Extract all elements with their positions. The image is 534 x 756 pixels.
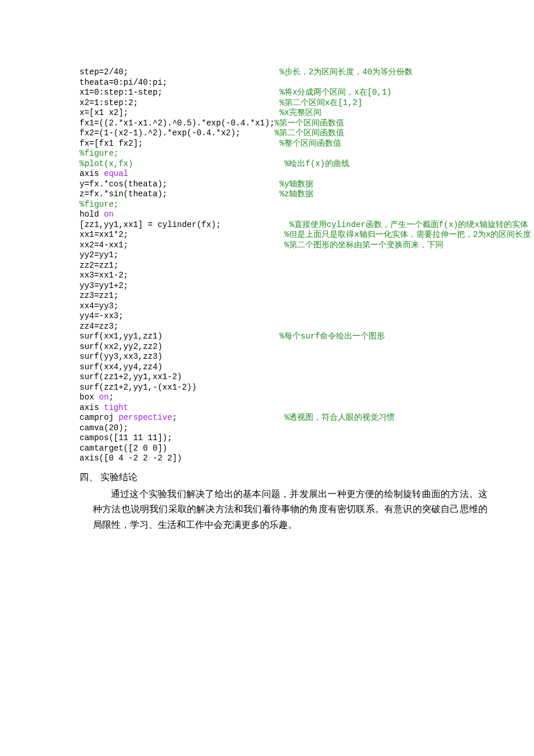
code-segment: surf(zz1+2,yy1,-(xx1-2)) — [80, 383, 197, 392]
code-segment: equal — [104, 169, 128, 178]
code-segment: %figure; — [80, 149, 118, 158]
code-segment: camva(20); — [80, 423, 128, 433]
code-segment: %第一个区间函数值 — [275, 118, 344, 128]
code-segment: surf(zz1+2,yy1,xx1-2) — [80, 372, 182, 381]
code-segment: yy4=-xx3; — [80, 311, 124, 321]
code-segment: x1=0:step:1-step; — [80, 88, 163, 97]
code-segment: axis — [80, 169, 104, 178]
code-line: y=fx.*cos(theata); %y轴数据 — [80, 179, 514, 190]
code-segment: %透视图，符合人眼的视觉习惯 — [284, 413, 395, 422]
code-line: axis equal — [80, 169, 514, 179]
code-segment: fx1=((2.*x1-x1.^2).^0.5).*exp(-0.4.*x1); — [80, 118, 275, 128]
code-segment: %plot(x,fx) — [80, 159, 133, 168]
code-line: step=2/40; %步长，2为区间长度，40为等分份数 — [80, 67, 514, 78]
code-line: %figure; — [80, 200, 514, 210]
code-segment: fx2=(1-(x2-1).^2).*exp(-0.4.*x2); — [80, 128, 240, 138]
code-line: xx3=xx1-2; — [80, 271, 514, 281]
code-segment: xx2=4-xx1; — [80, 240, 128, 250]
code-line: fx1=((2.*x1-x1.^2).^0.5).*exp(-0.4.*x1);… — [80, 118, 514, 129]
code-line: zz3=zz1; — [80, 291, 514, 301]
code-segment: %将x分成两个区间，x在[0,1) — [279, 88, 391, 97]
code-segment: zz4=zz3; — [80, 322, 118, 331]
code-segment: y=fx.*cos(theata); — [80, 179, 167, 189]
code-segment — [128, 240, 284, 250]
code-segment — [167, 179, 279, 189]
code-segment: hold — [80, 210, 104, 219]
code-segment — [221, 220, 290, 229]
code-segment: axis([0 4 -2 2 -2 2]) — [80, 453, 182, 463]
code-segment: %绘出f(x)的曲线 — [284, 159, 349, 168]
code-line: %figure; — [80, 149, 514, 159]
code-line: axis([0 4 -2 2 -2 2]) — [80, 453, 514, 464]
code-segment: %步长，2为区间长度，40为等分份数 — [279, 67, 413, 77]
code-segment: surf(yy3,xx3,zz3) — [80, 352, 163, 361]
code-segment — [167, 189, 279, 199]
code-segment: %第二个图形的坐标由第一个变换而来，下同 — [284, 240, 443, 250]
code-segment: x2=1:step:2; — [80, 98, 138, 107]
code-segment: fx=[fx1 fx2]; — [80, 139, 143, 148]
code-line: xx1=xx1*2; %但是上面只是取得x轴归一化实体，需要拉伸一把，2为x的区… — [80, 230, 514, 240]
code-segment — [163, 88, 280, 97]
code-segment: %y轴数据 — [279, 179, 313, 189]
code-segment: camtarget([2 0 0]) — [80, 444, 167, 453]
code-line: z=fx.*sin(theata); %z轴数据 — [80, 189, 514, 200]
code-segment: xx4=yy3; — [80, 301, 118, 311]
code-segment — [128, 108, 279, 117]
code-line: x1=0:step:1-step; %将x分成两个区间，x在[0,1) — [80, 88, 514, 98]
code-line: hold on — [80, 210, 514, 220]
code-segment — [177, 413, 284, 422]
code-line: theata=0:pi/40:pi; — [80, 78, 514, 88]
code-segment: camproj — [80, 413, 118, 422]
code-segment: %第二个区间函数值 — [275, 128, 344, 138]
code-line: surf(yy3,xx3,zz3) — [80, 352, 514, 362]
code-segment: x=[x1 x2]; — [80, 108, 128, 117]
code-segment — [133, 159, 284, 168]
code-segment: yy3=yy1+2; — [80, 281, 128, 290]
code-line: axis tight — [80, 403, 514, 413]
code-segment: tight — [104, 403, 128, 412]
code-segment: zz3=zz1; — [80, 291, 118, 300]
code-segment: campos([11 11 11]); — [80, 433, 172, 442]
code-line: xx4=yy3; — [80, 301, 514, 312]
code-line: camva(20); — [80, 423, 514, 434]
code-segment: %x完整区间 — [279, 108, 322, 117]
code-segment — [143, 139, 279, 148]
code-segment: %直接使用cylinder函数，产生一个截面f(x)的绕x轴旋转的实体 — [289, 220, 528, 229]
code-segment: %整个区间函数值 — [279, 139, 341, 148]
code-segment — [128, 67, 279, 77]
section-heading: 四、 实验结论 — [80, 470, 534, 485]
code-segment: xx3=xx1-2; — [80, 271, 128, 280]
code-segment: %但是上面只是取得x轴归一化实体，需要拉伸一把，2为x的区间长度 — [284, 230, 532, 239]
code-line: yy2=yy1; — [80, 250, 514, 261]
code-segment: theata=0:pi/40:pi; — [80, 78, 167, 87]
code-segment: surf(xx4,yy4,zz4) — [80, 362, 163, 372]
code-segment: yy2=yy1; — [80, 250, 118, 260]
code-line: x=[x1 x2]; %x完整区间 — [80, 108, 514, 118]
code-line: yy3=yy1+2; — [80, 281, 514, 291]
code-line: box on; — [80, 393, 514, 403]
code-line: zz4=zz3; — [80, 322, 514, 332]
code-line: surf(zz1+2,yy1,xx1-2) — [80, 372, 514, 383]
code-segment: xx1=xx1*2; — [80, 230, 128, 239]
code-segment: zz2=zz1; — [80, 261, 118, 270]
code-segment: surf(xx1,yy1,zz1) — [80, 332, 163, 341]
code-segment: axis — [80, 403, 104, 412]
code-line: fx2=(1-(x2-1).^2).*exp(-0.4.*x2); %第二个区间… — [80, 128, 514, 139]
code-segment: step=2/40; — [80, 67, 128, 77]
code-line: yy4=-xx3; — [80, 311, 514, 322]
code-segment: ; — [172, 413, 177, 422]
code-line: [zz1,yy1,xx1] = cylinder(fx); %直接使用cylin… — [80, 220, 514, 231]
code-line: surf(xx1,yy1,zz1) %每个surf命令绘出一个图形 — [80, 332, 514, 342]
code-segment: perspective — [118, 413, 172, 422]
code-segment — [163, 332, 280, 341]
code-line: zz2=zz1; — [80, 261, 514, 271]
code-segment: %第二个区间x在[1,2] — [279, 98, 362, 107]
code-line: xx2=4-xx1; %第二个图形的坐标由第一个变换而来，下同 — [80, 240, 514, 251]
code-line: surf(xx2,yy2,zz2) — [80, 342, 514, 352]
code-segment: %z轴数据 — [279, 189, 313, 199]
code-segment: on — [99, 393, 109, 402]
conclusion-text: 通过这个实验我们解决了给出的基本问题，并发展出一种更方便的绘制旋转曲面的方法。这… — [93, 487, 488, 532]
code-segment: box — [80, 393, 99, 402]
code-segment — [128, 230, 284, 239]
matlab-code-listing: step=2/40; %步长，2为区间长度，40为等分份数theata=0:pi… — [80, 67, 514, 464]
